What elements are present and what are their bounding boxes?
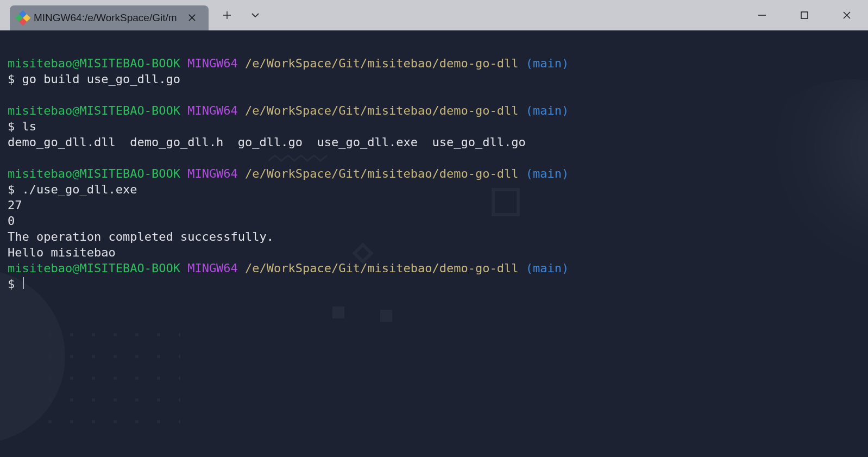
minimize-icon <box>757 10 767 20</box>
terminal-window: MINGW64:/e/WorkSpace/Git/m <box>0 0 868 457</box>
terminal-output: misitebao@MISITEBAO-BOOK MINGW64 /e/Work… <box>0 30 868 292</box>
app-icon <box>15 10 30 25</box>
close-window-button[interactable] <box>826 0 868 30</box>
maximize-icon <box>800 10 809 20</box>
tabs-area: MINGW64:/e/WorkSpace/Git/m <box>0 0 209 30</box>
tab-title: MINGW64:/e/WorkSpace/Git/m <box>34 12 177 24</box>
close-icon <box>842 10 852 20</box>
window-controls <box>741 0 868 30</box>
terminal-pane[interactable]: misitebao@MISITEBAO-BOOK MINGW64 /e/Work… <box>0 30 868 457</box>
minimize-button[interactable] <box>741 0 783 30</box>
chevron-down-icon <box>250 10 260 20</box>
close-tab-button[interactable] <box>185 10 200 26</box>
tab-dropdown-button[interactable] <box>241 0 269 30</box>
close-icon <box>188 14 196 22</box>
title-bar: MINGW64:/e/WorkSpace/Git/m <box>0 0 868 30</box>
plus-icon <box>222 10 232 20</box>
tab-actions <box>209 0 269 30</box>
maximize-button[interactable] <box>783 0 826 30</box>
new-tab-button[interactable] <box>213 0 241 30</box>
svg-rect-5 <box>801 12 808 18</box>
tab-active[interactable]: MINGW64:/e/WorkSpace/Git/m <box>10 5 209 30</box>
